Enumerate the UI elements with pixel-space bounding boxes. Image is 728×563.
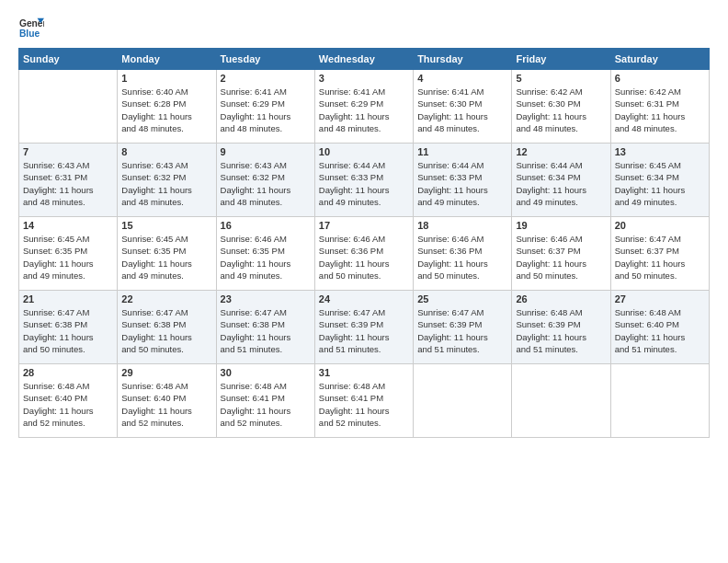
calendar-cell: 29Sunrise: 6:48 AMSunset: 6:40 PMDayligh… bbox=[118, 364, 216, 438]
day-info: Sunrise: 6:47 AMSunset: 6:38 PMDaylight:… bbox=[221, 306, 311, 355]
day-number: 26 bbox=[516, 293, 606, 304]
day-info: Sunrise: 6:48 AMSunset: 6:41 PMDaylight:… bbox=[319, 380, 409, 429]
calendar-cell: 17Sunrise: 6:46 AMSunset: 6:36 PMDayligh… bbox=[314, 217, 413, 291]
calendar-week-2: 7Sunrise: 6:43 AMSunset: 6:31 PMDaylight… bbox=[19, 144, 710, 217]
calendar-cell: 23Sunrise: 6:47 AMSunset: 6:38 PMDayligh… bbox=[216, 291, 314, 364]
calendar-page: General Blue SundayMondayTuesdayWednesda… bbox=[0, 0, 728, 563]
calendar-cell: 4Sunrise: 6:41 AMSunset: 6:30 PMDaylight… bbox=[414, 70, 512, 144]
calendar-week-3: 14Sunrise: 6:45 AMSunset: 6:35 PMDayligh… bbox=[19, 217, 710, 291]
calendar-cell bbox=[610, 364, 709, 438]
day-info: Sunrise: 6:44 AMSunset: 6:33 PMDaylight:… bbox=[319, 159, 409, 208]
day-info: Sunrise: 6:47 AMSunset: 6:38 PMDaylight:… bbox=[121, 306, 211, 355]
calendar-week-5: 28Sunrise: 6:48 AMSunset: 6:40 PMDayligh… bbox=[19, 364, 710, 438]
day-number: 5 bbox=[516, 73, 606, 84]
day-number: 6 bbox=[615, 73, 705, 84]
day-number: 27 bbox=[615, 293, 705, 304]
day-info: Sunrise: 6:48 AMSunset: 6:40 PMDaylight:… bbox=[121, 380, 211, 429]
day-info: Sunrise: 6:48 AMSunset: 6:39 PMDaylight:… bbox=[516, 306, 606, 355]
day-number: 10 bbox=[319, 146, 409, 157]
day-number: 23 bbox=[221, 293, 311, 304]
weekday-friday: Friday bbox=[512, 49, 610, 70]
day-number: 28 bbox=[23, 367, 113, 378]
calendar-cell: 9Sunrise: 6:43 AMSunset: 6:32 PMDaylight… bbox=[216, 144, 314, 217]
day-info: Sunrise: 6:47 AMSunset: 6:39 PMDaylight:… bbox=[319, 306, 409, 355]
weekday-saturday: Saturday bbox=[610, 49, 709, 70]
day-info: Sunrise: 6:46 AMSunset: 6:36 PMDaylight:… bbox=[417, 233, 507, 282]
calendar-cell: 10Sunrise: 6:44 AMSunset: 6:33 PMDayligh… bbox=[314, 144, 413, 217]
day-number: 11 bbox=[417, 146, 507, 157]
day-number: 1 bbox=[121, 73, 211, 84]
calendar-cell: 13Sunrise: 6:45 AMSunset: 6:34 PMDayligh… bbox=[610, 144, 709, 217]
day-info: Sunrise: 6:45 AMSunset: 6:35 PMDaylight:… bbox=[23, 233, 113, 282]
day-info: Sunrise: 6:40 AMSunset: 6:28 PMDaylight:… bbox=[121, 86, 211, 134]
day-number: 20 bbox=[615, 220, 705, 231]
calendar-cell: 6Sunrise: 6:42 AMSunset: 6:31 PMDaylight… bbox=[610, 70, 709, 144]
day-info: Sunrise: 6:47 AMSunset: 6:39 PMDaylight:… bbox=[417, 306, 507, 355]
weekday-sunday: Sunday bbox=[19, 49, 118, 70]
calendar-week-4: 21Sunrise: 6:47 AMSunset: 6:38 PMDayligh… bbox=[19, 291, 710, 364]
day-number: 31 bbox=[319, 367, 409, 378]
day-info: Sunrise: 6:48 AMSunset: 6:40 PMDaylight:… bbox=[23, 380, 113, 429]
logo-icon: General Blue bbox=[18, 15, 44, 40]
svg-text:Blue: Blue bbox=[19, 29, 40, 39]
day-info: Sunrise: 6:44 AMSunset: 6:34 PMDaylight:… bbox=[516, 159, 606, 208]
day-info: Sunrise: 6:45 AMSunset: 6:35 PMDaylight:… bbox=[121, 233, 211, 282]
day-number: 30 bbox=[221, 367, 311, 378]
day-number: 15 bbox=[121, 220, 211, 231]
calendar-header: General Blue bbox=[18, 15, 710, 40]
calendar-cell: 14Sunrise: 6:45 AMSunset: 6:35 PMDayligh… bbox=[19, 217, 118, 291]
day-number: 16 bbox=[221, 220, 311, 231]
calendar-cell: 27Sunrise: 6:48 AMSunset: 6:40 PMDayligh… bbox=[610, 291, 709, 364]
weekday-monday: Monday bbox=[118, 49, 216, 70]
day-number: 7 bbox=[23, 146, 113, 157]
day-number: 24 bbox=[319, 293, 409, 304]
day-number: 8 bbox=[121, 146, 211, 157]
day-number: 13 bbox=[615, 146, 705, 157]
calendar-cell: 22Sunrise: 6:47 AMSunset: 6:38 PMDayligh… bbox=[118, 291, 216, 364]
day-number: 21 bbox=[23, 293, 113, 304]
calendar-cell: 30Sunrise: 6:48 AMSunset: 6:41 PMDayligh… bbox=[216, 364, 314, 438]
day-info: Sunrise: 6:41 AMSunset: 6:30 PMDaylight:… bbox=[417, 86, 507, 134]
calendar-cell bbox=[414, 364, 512, 438]
day-number: 25 bbox=[417, 293, 507, 304]
calendar-cell: 25Sunrise: 6:47 AMSunset: 6:39 PMDayligh… bbox=[414, 291, 512, 364]
day-info: Sunrise: 6:43 AMSunset: 6:32 PMDaylight:… bbox=[121, 159, 211, 208]
calendar-cell: 20Sunrise: 6:47 AMSunset: 6:37 PMDayligh… bbox=[610, 217, 709, 291]
calendar-cell: 2Sunrise: 6:41 AMSunset: 6:29 PMDaylight… bbox=[216, 70, 314, 144]
calendar-cell: 16Sunrise: 6:46 AMSunset: 6:35 PMDayligh… bbox=[216, 217, 314, 291]
weekday-wednesday: Wednesday bbox=[314, 49, 413, 70]
day-info: Sunrise: 6:46 AMSunset: 6:37 PMDaylight:… bbox=[516, 233, 606, 282]
calendar-cell bbox=[512, 364, 610, 438]
day-info: Sunrise: 6:41 AMSunset: 6:29 PMDaylight:… bbox=[221, 86, 311, 134]
calendar-cell: 18Sunrise: 6:46 AMSunset: 6:36 PMDayligh… bbox=[414, 217, 512, 291]
day-info: Sunrise: 6:48 AMSunset: 6:41 PMDaylight:… bbox=[221, 380, 311, 429]
day-number: 14 bbox=[23, 220, 113, 231]
calendar-cell: 28Sunrise: 6:48 AMSunset: 6:40 PMDayligh… bbox=[19, 364, 118, 438]
weekday-tuesday: Tuesday bbox=[216, 49, 314, 70]
day-info: Sunrise: 6:43 AMSunset: 6:31 PMDaylight:… bbox=[23, 159, 113, 208]
day-info: Sunrise: 6:48 AMSunset: 6:40 PMDaylight:… bbox=[615, 306, 705, 355]
calendar-cell: 19Sunrise: 6:46 AMSunset: 6:37 PMDayligh… bbox=[512, 217, 610, 291]
calendar-cell: 3Sunrise: 6:41 AMSunset: 6:29 PMDaylight… bbox=[314, 70, 413, 144]
day-info: Sunrise: 6:47 AMSunset: 6:37 PMDaylight:… bbox=[615, 233, 705, 282]
weekday-thursday: Thursday bbox=[414, 49, 512, 70]
calendar-cell: 5Sunrise: 6:42 AMSunset: 6:30 PMDaylight… bbox=[512, 70, 610, 144]
calendar-cell: 21Sunrise: 6:47 AMSunset: 6:38 PMDayligh… bbox=[19, 291, 118, 364]
day-number: 2 bbox=[221, 73, 311, 84]
day-info: Sunrise: 6:44 AMSunset: 6:33 PMDaylight:… bbox=[417, 159, 507, 208]
day-number: 9 bbox=[221, 146, 311, 157]
day-info: Sunrise: 6:47 AMSunset: 6:38 PMDaylight:… bbox=[23, 306, 113, 355]
day-info: Sunrise: 6:41 AMSunset: 6:29 PMDaylight:… bbox=[319, 86, 409, 134]
calendar-table: SundayMondayTuesdayWednesdayThursdayFrid… bbox=[18, 48, 710, 438]
day-number: 12 bbox=[516, 146, 606, 157]
day-info: Sunrise: 6:43 AMSunset: 6:32 PMDaylight:… bbox=[221, 159, 311, 208]
calendar-cell: 12Sunrise: 6:44 AMSunset: 6:34 PMDayligh… bbox=[512, 144, 610, 217]
day-number: 3 bbox=[319, 73, 409, 84]
day-info: Sunrise: 6:46 AMSunset: 6:35 PMDaylight:… bbox=[221, 233, 311, 282]
day-info: Sunrise: 6:42 AMSunset: 6:31 PMDaylight:… bbox=[615, 86, 705, 134]
day-number: 19 bbox=[516, 220, 606, 231]
calendar-cell: 15Sunrise: 6:45 AMSunset: 6:35 PMDayligh… bbox=[118, 217, 216, 291]
calendar-cell: 31Sunrise: 6:48 AMSunset: 6:41 PMDayligh… bbox=[314, 364, 413, 438]
calendar-cell: 8Sunrise: 6:43 AMSunset: 6:32 PMDaylight… bbox=[118, 144, 216, 217]
calendar-week-1: 1Sunrise: 6:40 AMSunset: 6:28 PMDaylight… bbox=[19, 70, 710, 144]
